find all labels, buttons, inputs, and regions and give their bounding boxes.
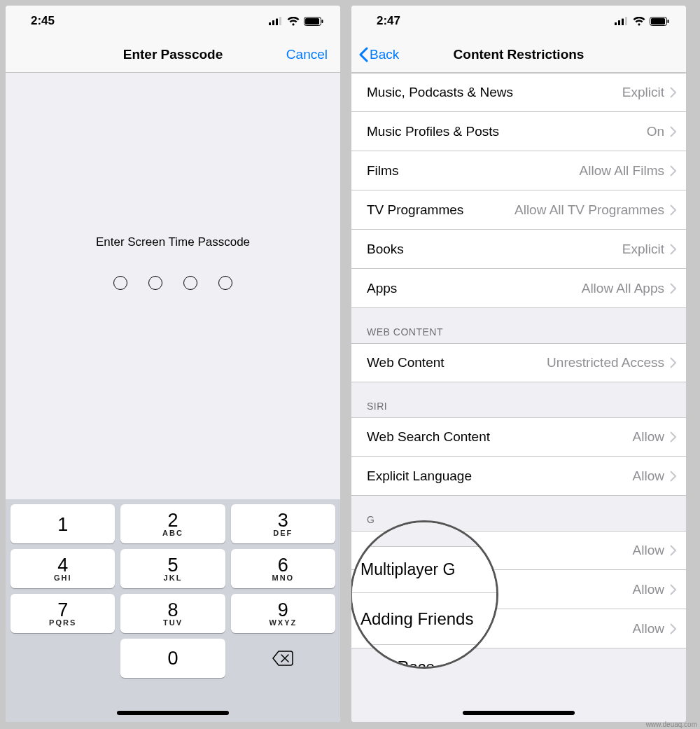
chevron-right-icon [670, 623, 676, 634]
magnifier-highlight: Multiplayer G Adding Friends reen Reco [351, 520, 498, 669]
chevron-right-icon [670, 244, 676, 255]
cellular-icon [615, 17, 629, 25]
mag-row-center: Adding Friends [352, 592, 496, 644]
section-siri: SIRI [351, 382, 686, 417]
row-music-profiles-posts[interactable]: Music Profiles & Posts On [351, 112, 686, 151]
back-button[interactable]: Back [358, 36, 399, 72]
key-5[interactable]: 5JKL [120, 549, 225, 588]
chevron-right-icon [670, 204, 676, 216]
status-time: 2:47 [377, 14, 400, 28]
key-8[interactable]: 8TUV [120, 594, 225, 633]
keypad-spacer [10, 639, 115, 678]
back-label: Back [370, 47, 399, 62]
passcode-dot [113, 276, 127, 290]
row-tv-programmes[interactable]: TV Programmes Allow All TV Programmes [351, 190, 686, 230]
row-value: Allow [633, 543, 664, 558]
row-value: Allow All Apps [582, 281, 664, 296]
watermark: www.deuaq.com [646, 721, 697, 728]
row-value: Explicit [622, 85, 664, 100]
row-web-content[interactable]: Web Content Unrestricted Access [351, 343, 686, 382]
key-0[interactable]: 0 [120, 639, 225, 678]
passcode-prompt: Enter Screen Time Passcode [96, 235, 250, 249]
cellular-icon [269, 17, 283, 25]
row-explicit-language[interactable]: Explicit Language Allow [351, 457, 686, 496]
status-icons [615, 17, 669, 26]
row-value: Allow [633, 621, 664, 637]
chevron-right-icon [670, 87, 676, 98]
passcode-body: Enter Screen Time Passcode [6, 73, 340, 499]
battery-icon [304, 17, 323, 26]
svg-rect-7 [615, 22, 617, 25]
row-label: Music, Podcasts & News [367, 85, 622, 100]
chevron-right-icon [670, 126, 676, 137]
row-value: Allow All Films [580, 163, 664, 179]
passcode-dot [183, 276, 197, 290]
row-label: TV Programmes [367, 202, 514, 218]
key-9[interactable]: 9WXYZ [231, 594, 335, 633]
home-indicator[interactable] [117, 711, 229, 715]
svg-rect-1 [272, 20, 274, 25]
svg-rect-9 [622, 19, 624, 26]
row-label: Films [367, 163, 580, 179]
svg-rect-3 [279, 17, 281, 25]
status-time: 2:45 [31, 14, 55, 28]
phone-passcode: 2:45 Enter Passcode Cancel Enter Screen … [6, 6, 340, 722]
row-value: Unrestricted Access [547, 355, 664, 370]
key-3[interactable]: 3DEF [231, 504, 335, 543]
passcode-dot [148, 276, 162, 290]
passcode-dot [218, 276, 232, 290]
chevron-right-icon [670, 471, 676, 482]
phone-content-restrictions: 2:47 Back Content Restrictions Music, Po… [351, 6, 686, 722]
chevron-right-icon [670, 431, 676, 443]
row-label: Web Content [367, 355, 547, 370]
row-books[interactable]: Books Explicit [351, 230, 686, 269]
chevron-right-icon [670, 545, 676, 556]
row-label: Books [367, 242, 622, 257]
delete-key[interactable] [231, 639, 335, 678]
row-label: Music Profiles & Posts [367, 124, 647, 139]
svg-rect-13 [668, 20, 669, 23]
row-value: Explicit [622, 242, 664, 257]
svg-rect-10 [625, 17, 627, 25]
nav-bar: Back Content Restrictions [351, 36, 686, 73]
battery-icon [650, 17, 669, 26]
svg-rect-0 [269, 22, 271, 25]
key-4[interactable]: 4GHI [10, 549, 115, 588]
key-6[interactable]: 6MNO [231, 549, 335, 588]
row-value: Allow All TV Programmes [514, 202, 664, 218]
home-indicator[interactable] [463, 711, 575, 715]
wifi-icon [287, 17, 300, 26]
cancel-button[interactable]: Cancel [286, 36, 328, 72]
key-1[interactable]: 1 [10, 504, 115, 543]
backspace-icon [272, 651, 293, 666]
row-music-podcasts-news[interactable]: Music, Podcasts & News Explicit [351, 73, 686, 112]
chevron-right-icon [670, 165, 676, 176]
svg-rect-5 [305, 18, 319, 25]
status-bar: 2:47 [351, 6, 686, 36]
chevron-right-icon [670, 283, 676, 294]
row-web-search-content[interactable]: Web Search Content Allow [351, 417, 686, 457]
status-bar: 2:45 [6, 6, 340, 36]
chevron-right-icon [670, 357, 676, 368]
svg-rect-2 [276, 19, 278, 26]
chevron-left-icon [358, 47, 368, 62]
row-label: Apps [367, 281, 582, 296]
row-apps[interactable]: Apps Allow All Apps [351, 269, 686, 308]
mag-row-top: Multiplayer G [352, 546, 496, 592]
svg-rect-8 [618, 20, 620, 25]
keypad: 1 2ABC 3DEF 4GHI 5JKL 6MNO 7PQRS 8TUV 9W… [6, 499, 340, 722]
row-label: Explicit Language [367, 468, 633, 484]
chevron-right-icon [670, 584, 676, 595]
svg-rect-12 [651, 18, 665, 25]
svg-rect-6 [322, 20, 323, 23]
row-value: Allow [633, 429, 664, 445]
row-value: Allow [633, 468, 664, 484]
key-7[interactable]: 7PQRS [10, 594, 115, 633]
section-web-content: WEB CONTENT [351, 308, 686, 343]
key-2[interactable]: 2ABC [120, 504, 225, 543]
passcode-dots [113, 276, 232, 290]
nav-title: Content Restrictions [351, 47, 686, 62]
row-label: Web Search Content [367, 429, 633, 445]
row-films[interactable]: Films Allow All Films [351, 151, 686, 190]
row-value: Allow [633, 582, 664, 597]
